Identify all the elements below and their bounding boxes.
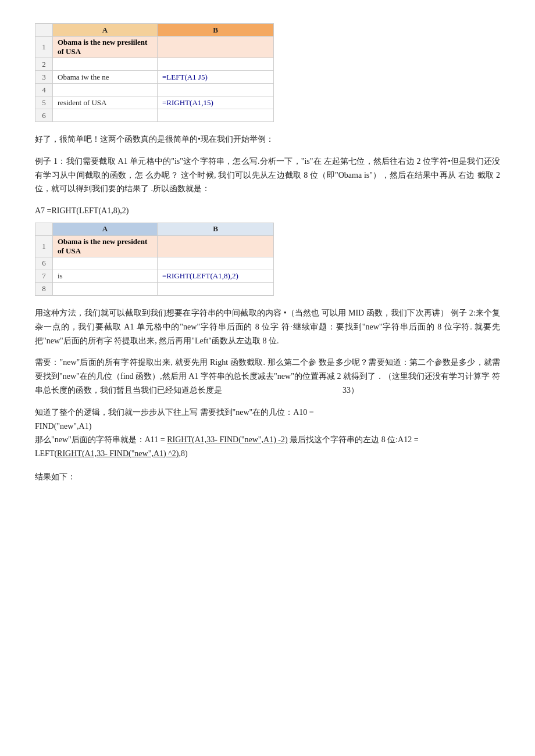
cell-a1: Obama is the new presiilent of USA <box>53 37 158 58</box>
paragraph-1: 好了，很简单吧！这两个函数真的是很简单的•现在我们开始举例： <box>35 132 500 146</box>
paragraph-4: 知道了整个的逻辑，我们就一步步从下往上写 需要找到"new"在的几位：A10 =… <box>35 406 500 461</box>
cell-b2 <box>158 58 274 71</box>
cell-b3: =LEFT(A1 J5) <box>158 71 274 84</box>
cell-a4 <box>53 84 158 96</box>
row-num-t2-8: 8 <box>35 282 53 295</box>
row-num-5: 5 <box>35 96 53 109</box>
para4-formula3-underline: RIGHT(A1,33- FIND("new",A1) ^2) <box>57 449 179 458</box>
row-num-6: 6 <box>35 109 53 122</box>
col-header-b2: B <box>158 223 274 235</box>
para3-text3: 33） <box>343 386 359 395</box>
cell-t2-a8 <box>53 282 158 295</box>
spreadsheet-table1: A B 1 Obama is the new presiilent of USA… <box>35 23 274 122</box>
paragraph-3: 用这种方法，我们就可以截取到我们想要在字符串的中间截取的内容 •（当然也 可以用… <box>35 306 500 347</box>
cell-a2 <box>53 58 158 71</box>
row-num-4: 4 <box>35 84 53 96</box>
paragraph-3b: 需要："new"后面的所有字符提取出来, 就要先用 Right 函数截取. 那么… <box>35 356 500 397</box>
paragraph-2: 例子 1：我们需要截取 A1 单元格中的"is"这个字符串，怎么写.分析一下，"… <box>35 155 500 196</box>
cell-t2-a7: is <box>53 270 158 282</box>
row-num-3: 3 <box>35 71 53 84</box>
col-header-a2: A <box>53 223 158 235</box>
row-num-2: 2 <box>35 58 53 71</box>
para4-formula3: LEFT(RIGHT(A1,33- FIND("new",A1) ^2),8) <box>35 449 188 458</box>
spreadsheet-table2: A B 1 Obama is the new president of USA … <box>35 223 274 296</box>
para4-text1: 知道了整个的逻辑，我们就一步步从下往上写 需要找到"new"在的几位：A10 = <box>35 408 314 417</box>
cell-t2-a6 <box>53 257 158 270</box>
col-header-b1: B <box>158 24 274 37</box>
cell-b4 <box>158 84 274 96</box>
cell-t2-a1: Obama is the new president of USA <box>53 235 158 257</box>
row-num-t2-6: 6 <box>35 257 53 270</box>
cell-t2-b7: =RIGHT(LEFT(A1,8),2) <box>158 270 274 282</box>
formula-line-1: A7 =RIGHT(LEFT(A1,8),2) <box>35 204 500 218</box>
corner-cell <box>35 24 53 37</box>
row-num-t2-7: 7 <box>35 270 53 282</box>
row-num-1: 1 <box>35 37 53 58</box>
cell-t2-b6 <box>158 257 274 270</box>
para4-formula1: FIND("new",A1) <box>35 422 91 431</box>
para3-text2: 需要："new"后面的所有字符提取出来, 就要先用 Right 函数截取. 那么… <box>35 358 500 395</box>
para4-formula2-underline: RIGHT(A1,33- FIND("new",A1) -2) <box>167 435 287 444</box>
cell-a3: Obama iw the ne <box>53 71 158 84</box>
para3-text1: 用这种方法，我们就可以截取到我们想要在字符串的中间截取的内容 •（当然也 可以用… <box>35 309 500 345</box>
cell-b1 <box>158 37 274 58</box>
cell-b5: =RIGHT(A1,15) <box>158 96 274 109</box>
col-header-a1: A <box>53 24 158 37</box>
cell-a5: resident of USA <box>53 96 158 109</box>
result-label: 结果如下： <box>35 470 500 484</box>
cell-t2-b1 <box>158 235 274 257</box>
cell-t2-b8 <box>158 282 274 295</box>
para4-text2: 那么"new"后面的字符串就是：A11 = RIGHT(A1,33- FIND(… <box>35 435 419 444</box>
row-num-t2-1: 1 <box>35 235 53 257</box>
cell-a6 <box>53 109 158 122</box>
cell-b6 <box>158 109 274 122</box>
corner-cell-2 <box>35 223 53 235</box>
